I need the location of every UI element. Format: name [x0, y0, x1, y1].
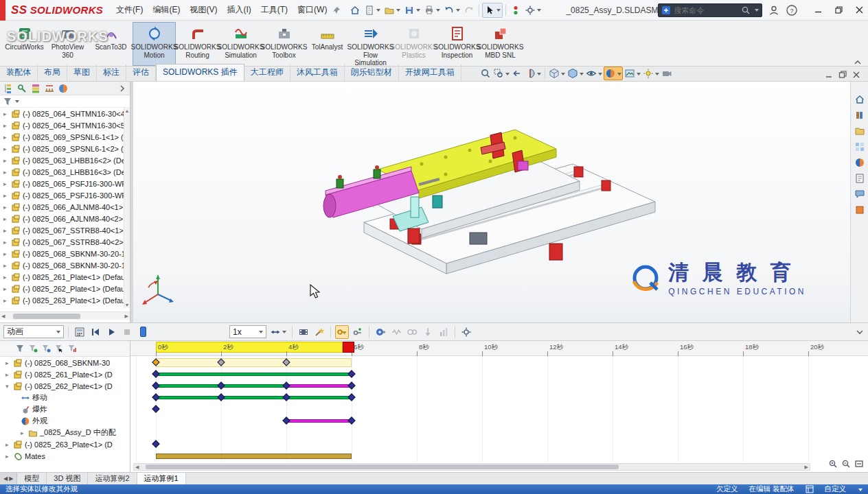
expander-icon[interactable]: ▸ — [3, 297, 9, 304]
timeline-key[interactable] — [347, 370, 355, 377]
timeline-duration-band[interactable] — [156, 342, 343, 353]
spring-button[interactable] — [389, 325, 403, 339]
feature-tree-item[interactable]: ▸(-) 0825_066_AJLNM8-40<2> (D — [0, 213, 124, 224]
minimize-window-icon[interactable] — [808, 2, 828, 19]
motion-tree-item-mates[interactable]: ▸Mates — [0, 450, 130, 462]
tab-langle-profile[interactable]: 朗乐铝型材 — [345, 64, 399, 81]
expander-icon[interactable]: ▸ — [3, 274, 9, 281]
expander-icon[interactable]: ▸ — [3, 239, 9, 246]
timeline-slider-handle[interactable] — [140, 327, 146, 337]
file-explorer-icon[interactable] — [854, 126, 865, 137]
scroll-right-icon[interactable]: ▶ — [125, 314, 128, 318]
redo-button[interactable] — [462, 3, 476, 17]
filter-none-icon[interactable] — [15, 344, 25, 353]
filter-animated-icon[interactable] — [28, 344, 38, 353]
feature-tree-item[interactable]: ▸(-) 0825_262_Plate<1> (Defaul — [0, 283, 124, 294]
expander-icon[interactable]: ▸ — [5, 371, 11, 378]
xpress-products-icon[interactable] — [854, 204, 865, 215]
feature-tree-hscrollbar[interactable]: ◀▶ — [0, 311, 130, 320]
feature-tree-item[interactable]: ▸(-) 0825_263_Plate<1> (Defau — [0, 294, 124, 306]
appearances-scenes-icon[interactable] — [854, 157, 865, 168]
motion-tree-item-explode[interactable]: 爆炸 — [0, 403, 130, 415]
calculate-button[interactable] — [73, 325, 87, 339]
menu-pin-icon[interactable] — [332, 5, 341, 15]
section-view-button[interactable] — [524, 67, 542, 80]
tab-layout[interactable]: 布局 — [38, 64, 67, 81]
play-from-start-button[interactable] — [89, 325, 102, 339]
menu-view[interactable]: 视图(V) — [185, 1, 222, 19]
featuremanager-tab-icon[interactable] — [3, 83, 14, 94]
tab-motion-study-2[interactable]: 运动算例2 — [88, 473, 137, 484]
expander-icon[interactable]: ▸ — [5, 360, 11, 366]
status-custom[interactable]: 自定义 — [825, 484, 847, 494]
timeline-zoom-fit-icon[interactable] — [854, 459, 864, 469]
apply-scene-button[interactable] — [624, 67, 641, 80]
tab-assembly[interactable]: 装配体 — [0, 64, 38, 81]
home-button[interactable] — [348, 3, 362, 17]
ribbon-tolanalyst[interactable]: TolAnalyst — [306, 22, 349, 66]
expander-icon[interactable]: ▸ — [3, 227, 9, 234]
ribbon-solidworks-plastics[interactable]: SOLIDWORKS Plastics — [392, 22, 435, 66]
timeline-key[interactable] — [152, 393, 159, 401]
view-orientation-button[interactable] — [548, 67, 566, 80]
task-pane-home-icon[interactable] — [854, 94, 865, 105]
feature-tree-item[interactable]: ▸(-) 0825_064_SHTMN16-30<5> — [0, 119, 124, 131]
view-palette-icon[interactable] — [854, 141, 865, 152]
tab-mufeng-toolbox[interactable]: 沐风工具箱 — [290, 64, 345, 81]
autokey-button[interactable] — [335, 325, 349, 339]
expander-icon[interactable]: ▸ — [3, 192, 9, 199]
tab-sketch[interactable]: 草图 — [67, 64, 97, 81]
stop-button[interactable] — [120, 325, 134, 339]
tab-scroll-right-icon[interactable]: ▶ — [9, 475, 13, 482]
scroll-down-icon[interactable]: ▼ — [125, 303, 130, 307]
filter-selected-icon[interactable] — [54, 344, 64, 353]
feature-tree-item[interactable]: ▸(-) 0825_063_LHBB16<2> (Defa — [0, 154, 124, 166]
search-icon[interactable] — [741, 5, 751, 15]
tab-scroll-left-icon[interactable]: ◀ — [3, 475, 8, 482]
timeline-canvas[interactable]: 0秒2秒4秒6秒8秒10秒12秒14秒16秒18秒20秒 — [130, 341, 868, 462]
ribbon-solidworks-inspection[interactable]: SOLIDWORKS Inspection — [435, 22, 479, 66]
configurationmanager-tab-icon[interactable] — [30, 83, 41, 94]
motion-tree-item[interactable]: ▸(-) 0825_068_SBKNM-30 — [0, 357, 130, 368]
tab-motion-study-1[interactable]: 运动算例1 — [137, 473, 186, 484]
timeline-key[interactable] — [152, 405, 159, 412]
expander-icon[interactable]: ▸ — [5, 453, 11, 460]
timeline-bar[interactable] — [156, 373, 352, 376]
menu-edit[interactable]: 编辑(E) — [148, 1, 185, 19]
play-button[interactable] — [104, 325, 118, 339]
command-search[interactable] — [658, 3, 762, 17]
scroll-thumb[interactable] — [13, 314, 80, 319]
expander-icon[interactable]: ▸ — [3, 134, 9, 141]
search-caret[interactable] — [755, 9, 759, 14]
motion-tree-item-appearance[interactable]: 外观 — [0, 415, 130, 427]
undo-button[interactable] — [442, 3, 461, 17]
options-button[interactable] — [523, 3, 542, 17]
ribbon-solidworks-motion[interactable]: SOLIDWORKS Motion — [133, 22, 176, 66]
results-charts-button[interactable] — [437, 325, 450, 339]
ribbon-solidworks-toolbox[interactable]: SOLIDWORKS Toolbox — [262, 22, 306, 66]
timeline-key[interactable] — [347, 381, 355, 389]
ribbon-solidworks-simulation[interactable]: SOLIDWORKS Simulation — [219, 22, 262, 66]
timeline-zoom-out-icon[interactable] — [841, 459, 851, 469]
timeline-key[interactable] — [152, 440, 159, 447]
panel-expand-icon[interactable] — [117, 84, 127, 93]
menu-insert[interactable]: 插入(I) — [222, 1, 255, 19]
expander-icon[interactable]: ▸ — [3, 157, 9, 164]
timeline-current-time-marker[interactable] — [343, 342, 354, 353]
minimize-document-icon[interactable] — [824, 70, 834, 80]
custom-properties-icon[interactable] — [854, 173, 865, 184]
feature-tree-item[interactable]: ▸(-) 0825_069_SPSNL6-1<1> (De — [0, 131, 124, 143]
camera-button[interactable] — [661, 67, 673, 80]
scroll-right-icon[interactable]: ▶ — [805, 464, 808, 469]
ribbon-solidworks-routing[interactable]: SOLIDWORKS Routing — [176, 22, 219, 66]
filter-driving-icon[interactable] — [41, 344, 51, 353]
print-button[interactable] — [422, 3, 442, 17]
expander-icon[interactable]: ▸ — [3, 215, 9, 222]
expander-icon[interactable]: ▾ — [5, 383, 11, 390]
motion-tree-item[interactable]: ▾(-) 0825_262_Plate<1> (D — [0, 380, 130, 392]
timeline-zoom-in-icon[interactable] — [828, 459, 838, 469]
timeline-key[interactable] — [282, 393, 290, 401]
timeline-key[interactable] — [282, 381, 290, 389]
feature-tree-item[interactable]: ▸(-) 0825_064_SHTMN16-30<4> — [0, 108, 124, 119]
feature-tree-item[interactable]: ▸(-) 0825_066_AJLNM8-40<1> (D — [0, 201, 124, 213]
